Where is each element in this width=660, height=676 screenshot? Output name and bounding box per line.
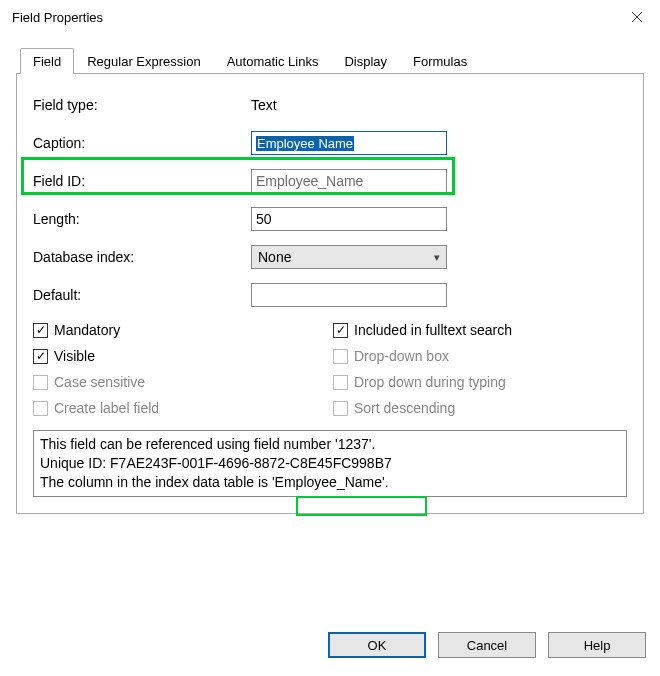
checkbox-grid: ✓ Mandatory ✓ Included in fulltext searc… bbox=[33, 322, 627, 416]
default-label: Default: bbox=[33, 287, 251, 303]
check-sort-descending: Sort descending bbox=[333, 400, 627, 416]
caption-label: Caption: bbox=[33, 135, 251, 151]
checkbox-icon: ✓ bbox=[333, 323, 348, 338]
info-line-2: Unique ID: F7AE243F-001F-4696-8872-C8E45… bbox=[40, 454, 620, 473]
length-label: Length: bbox=[33, 211, 251, 227]
info-line-1: This field can be referenced using field… bbox=[40, 435, 620, 454]
tab-display[interactable]: Display bbox=[331, 48, 400, 74]
tab-automatic-links[interactable]: Automatic Links bbox=[214, 48, 332, 74]
checkbox-icon bbox=[333, 375, 348, 390]
chevron-down-icon: ▾ bbox=[434, 251, 440, 264]
info-line-3: The column in the index data table is 'E… bbox=[40, 473, 620, 492]
check-mandatory[interactable]: ✓ Mandatory bbox=[33, 322, 333, 338]
check-mandatory-label: Mandatory bbox=[54, 322, 120, 338]
check-visible-label: Visible bbox=[54, 348, 95, 364]
check-dropdown-typing: Drop down during typing bbox=[333, 374, 627, 390]
field-tab-panel: Field type: Text Caption: Employee Name … bbox=[16, 74, 644, 514]
row-field-id: Field ID: Employee_Name bbox=[33, 164, 627, 198]
field-id-value: Employee_Name bbox=[256, 173, 363, 189]
check-included-fulltext[interactable]: ✓ Included in fulltext search bbox=[333, 322, 627, 338]
field-id-input: Employee_Name bbox=[251, 169, 447, 193]
check-dropdown-box-label: Drop-down box bbox=[354, 348, 449, 364]
dialog-content: Field Regular Expression Automatic Links… bbox=[0, 34, 660, 514]
check-create-label-label: Create label field bbox=[54, 400, 159, 416]
checkbox-icon: ✓ bbox=[33, 349, 48, 364]
row-caption: Caption: Employee Name bbox=[33, 126, 627, 160]
info-box: This field can be referenced using field… bbox=[33, 430, 627, 497]
checkbox-icon bbox=[33, 401, 48, 416]
cancel-button[interactable]: Cancel bbox=[438, 632, 536, 658]
ok-button[interactable]: OK bbox=[328, 632, 426, 658]
check-dropdown-box: Drop-down box bbox=[333, 348, 627, 364]
check-case-sensitive: Case sensitive bbox=[33, 374, 333, 390]
database-index-value: None bbox=[258, 249, 291, 265]
caption-input[interactable]: Employee Name bbox=[251, 131, 447, 155]
row-field-type: Field type: Text bbox=[33, 88, 627, 122]
titlebar: Field Properties bbox=[0, 0, 660, 34]
row-database-index: Database index: None ▾ bbox=[33, 240, 627, 274]
field-id-label: Field ID: bbox=[33, 173, 251, 189]
close-icon bbox=[631, 11, 643, 23]
check-dropdown-typing-label: Drop down during typing bbox=[354, 374, 506, 390]
row-length: Length: bbox=[33, 202, 627, 236]
checkbox-icon bbox=[33, 375, 48, 390]
close-button[interactable] bbox=[614, 0, 660, 34]
help-button[interactable]: Help bbox=[548, 632, 646, 658]
check-create-label: Create label field bbox=[33, 400, 333, 416]
tab-formulas[interactable]: Formulas bbox=[400, 48, 480, 74]
check-visible[interactable]: ✓ Visible bbox=[33, 348, 333, 364]
field-type-value: Text bbox=[251, 97, 447, 113]
tab-field[interactable]: Field bbox=[20, 48, 74, 74]
caption-input-value: Employee Name bbox=[256, 136, 354, 151]
database-index-label: Database index: bbox=[33, 249, 251, 265]
tab-regular-expression[interactable]: Regular Expression bbox=[74, 48, 213, 74]
length-input[interactable] bbox=[251, 207, 447, 231]
dialog-button-row: OK Cancel Help bbox=[328, 632, 646, 658]
checkbox-icon bbox=[333, 401, 348, 416]
field-type-label: Field type: bbox=[33, 97, 251, 113]
check-included-fulltext-label: Included in fulltext search bbox=[354, 322, 512, 338]
database-index-dropdown[interactable]: None ▾ bbox=[251, 245, 447, 269]
check-sort-descending-label: Sort descending bbox=[354, 400, 455, 416]
row-default: Default: bbox=[33, 278, 627, 312]
tabstrip: Field Regular Expression Automatic Links… bbox=[16, 46, 644, 74]
window-title: Field Properties bbox=[12, 10, 103, 25]
checkbox-icon: ✓ bbox=[33, 323, 48, 338]
default-input[interactable] bbox=[251, 283, 447, 307]
check-case-sensitive-label: Case sensitive bbox=[54, 374, 145, 390]
checkbox-icon bbox=[333, 349, 348, 364]
